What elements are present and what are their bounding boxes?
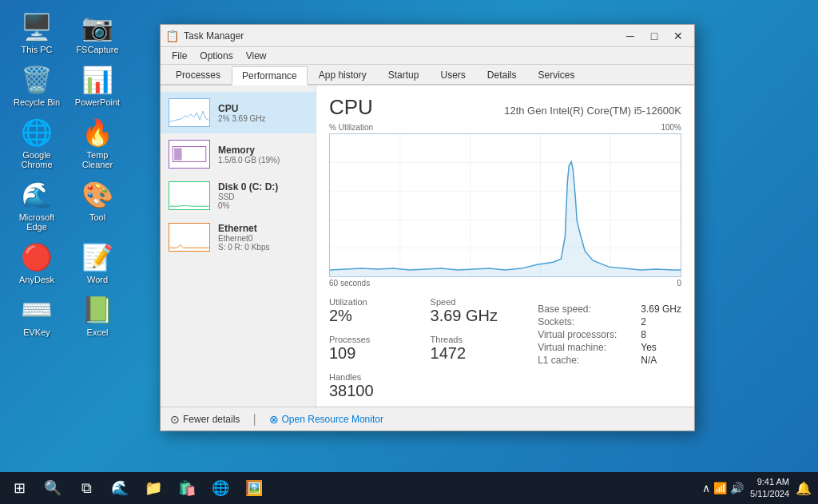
close-button[interactable]: ✕ bbox=[667, 28, 689, 44]
memory-sidebar-sub: 1.5/8.0 GB (19%) bbox=[218, 156, 308, 165]
utilization-stat: Utilization 2% bbox=[329, 294, 421, 328]
task-manager-window: 📋 Task Manager ─ □ ✕ File Options View P… bbox=[160, 24, 695, 431]
handles-label: Handles bbox=[329, 372, 515, 382]
tab-bar: Processes Performance App history Startu… bbox=[161, 65, 694, 85]
ethernet-mini-graph bbox=[169, 223, 210, 252]
icon-tool[interactable]: 🎨 Tool bbox=[69, 176, 126, 235]
vproc-value: 8 bbox=[641, 329, 681, 340]
fewer-details-label: Fewer details bbox=[183, 414, 240, 425]
svg-rect-1 bbox=[174, 148, 181, 160]
icon-fscapture[interactable]: 📷 FSCapture bbox=[69, 8, 126, 58]
start-button[interactable]: ⊞ bbox=[3, 472, 35, 504]
window-titlebar: 📋 Task Manager ─ □ ✕ bbox=[161, 25, 694, 47]
cpu-panel-title: CPU bbox=[329, 95, 373, 120]
menu-options[interactable]: Options bbox=[193, 47, 239, 65]
base-speed-label: Base speed: bbox=[538, 304, 617, 315]
tab-startup[interactable]: Startup bbox=[378, 65, 430, 84]
icon-label-recycle-bin: Recycle Bin bbox=[14, 97, 60, 107]
tab-performance[interactable]: Performance bbox=[232, 66, 308, 85]
open-resource-monitor-button[interactable]: ⊗ Open Resource Monitor bbox=[269, 413, 383, 426]
cpu-sidebar-label: CPU bbox=[218, 103, 308, 114]
icon-anydesk[interactable]: 🔴 AnyDesk bbox=[8, 238, 66, 288]
window-controls: ─ □ ✕ bbox=[619, 28, 689, 44]
chart-labels: % Utilization 100% bbox=[329, 123, 681, 132]
l1cache-value: N/A bbox=[641, 355, 681, 366]
sidebar-item-cpu[interactable]: CPU 2% 3.69 GHz bbox=[161, 92, 316, 133]
footer-separator: | bbox=[252, 412, 256, 427]
ethernet-sidebar-label: Ethernet bbox=[218, 223, 308, 234]
tab-details[interactable]: Details bbox=[477, 65, 527, 84]
icon-label-this-pc: This PC bbox=[21, 45, 52, 54]
chart-time-right: 0 bbox=[677, 279, 681, 288]
processes-label: Processes bbox=[329, 335, 415, 344]
icon-excel[interactable]: 📗 Excel bbox=[69, 291, 126, 340]
chrome-taskbar-button[interactable]: 🌐 bbox=[204, 472, 236, 504]
sidebar-item-memory[interactable]: Memory 1.5/8.0 GB (19%) bbox=[161, 133, 316, 175]
icon-label-anydesk: AnyDesk bbox=[19, 275, 54, 284]
store-taskbar-button[interactable]: 🛍️ bbox=[171, 472, 203, 504]
ethernet-sidebar-sub2: S: 0 R: 0 Kbps bbox=[218, 243, 308, 252]
icon-this-pc[interactable]: 🖥️ This PC bbox=[8, 8, 66, 58]
icon-recycle-bin[interactable]: 🗑️ Recycle Bin bbox=[8, 61, 66, 110]
tab-services[interactable]: Services bbox=[528, 65, 586, 84]
chevron-up-icon[interactable]: ∧ bbox=[702, 482, 710, 494]
taskbar-clock[interactable]: 9:41 AM 5/11/2024 bbox=[750, 476, 789, 501]
icon-label-powerpoint: PowerPoint bbox=[75, 97, 120, 107]
disk-mini-graph bbox=[169, 181, 210, 210]
vmachine-label: Virtual machine: bbox=[538, 342, 617, 353]
icon-label-evkey: EVKey bbox=[23, 327, 50, 337]
task-view-button[interactable]: ⧉ bbox=[70, 472, 102, 504]
threads-value: 1472 bbox=[431, 344, 516, 363]
explorer-taskbar-button[interactable]: 📁 bbox=[137, 472, 169, 504]
icon-edge[interactable]: 🌊 Microsoft Edge bbox=[8, 176, 66, 235]
icon-label-word: Word bbox=[87, 275, 108, 284]
edge-taskbar-button[interactable]: 🌊 bbox=[104, 472, 136, 504]
sidebar-item-ethernet[interactable]: Ethernet Ethernet0 S: 0 R: 0 Kbps bbox=[161, 216, 316, 258]
sockets-value: 2 bbox=[641, 316, 681, 327]
icon-chrome[interactable]: 🌐 Google Chrome bbox=[8, 113, 66, 173]
menu-view[interactable]: View bbox=[240, 47, 273, 65]
minimize-button[interactable]: ─ bbox=[619, 28, 641, 44]
processes-stat: Processes 109 bbox=[329, 331, 421, 366]
icon-temp-cleaner[interactable]: 🔥 Temp Cleaner bbox=[69, 113, 126, 173]
cpu-chart bbox=[329, 133, 681, 277]
icon-label-fscapture: FSCapture bbox=[76, 45, 118, 54]
fewer-details-button[interactable]: ⊙ Fewer details bbox=[170, 413, 240, 426]
icon-evkey[interactable]: ⌨️ EVKey bbox=[8, 291, 66, 340]
disk-sidebar-sub1: SSD bbox=[218, 192, 308, 201]
chart-label-left: % Utilization bbox=[329, 123, 373, 132]
search-button[interactable]: 🔍 bbox=[37, 472, 69, 504]
chart-time-left: 60 seconds bbox=[329, 279, 370, 288]
handles-stat: Handles 38100 bbox=[329, 369, 522, 403]
disk-sidebar-label: Disk 0 (C: D:) bbox=[218, 181, 308, 192]
clock-time: 9:41 AM bbox=[750, 476, 789, 488]
task-manager-icon: 📋 bbox=[165, 30, 179, 42]
tab-processes[interactable]: Processes bbox=[165, 65, 231, 84]
memory-mini-graph bbox=[169, 140, 210, 169]
base-speed-value: 3.69 GHz bbox=[641, 304, 681, 315]
photo-taskbar-button[interactable]: 🖼️ bbox=[238, 472, 270, 504]
tab-users[interactable]: Users bbox=[430, 65, 475, 84]
icon-word[interactable]: 📝 Word bbox=[69, 238, 126, 288]
icon-powerpoint[interactable]: 📊 PowerPoint bbox=[69, 61, 126, 110]
ethernet-sidebar-sub1: Ethernet0 bbox=[218, 234, 308, 243]
notification-icon[interactable]: 🔔 bbox=[796, 481, 812, 496]
sidebar-item-disk[interactable]: Disk 0 (C: D:) SSD 0% bbox=[161, 175, 316, 216]
cpu-model: 12th Gen Intel(R) Core(TM) i5-12600K bbox=[504, 105, 681, 117]
network-icon[interactable]: 📶 bbox=[713, 482, 727, 494]
icon-label-edge: Microsoft Edge bbox=[11, 212, 62, 232]
fewer-details-icon: ⊙ bbox=[170, 413, 180, 426]
taskbar-left: ⊞ 🔍 ⧉ 🌊 📁 🛍️ 🌐 🖼️ bbox=[0, 472, 270, 504]
open-monitor-label: Open Resource Monitor bbox=[282, 414, 383, 425]
maximize-button[interactable]: □ bbox=[643, 28, 665, 44]
tab-app-history[interactable]: App history bbox=[308, 65, 377, 84]
icon-label-tool: Tool bbox=[89, 212, 105, 222]
menu-file[interactable]: File bbox=[165, 47, 193, 65]
volume-icon[interactable]: 🔊 bbox=[730, 482, 744, 494]
resource-monitor-icon: ⊗ bbox=[269, 413, 279, 426]
right-stats: Base speed: 3.69 GHz Sockets: 2 Virtual … bbox=[538, 297, 681, 407]
clock-date: 5/11/2024 bbox=[750, 488, 789, 500]
taskbar-right: ∧ 📶 🔊 9:41 AM 5/11/2024 🔔 bbox=[702, 476, 818, 501]
menu-bar: File Options View bbox=[161, 47, 694, 65]
icon-label-chrome: Google Chrome bbox=[11, 150, 62, 169]
